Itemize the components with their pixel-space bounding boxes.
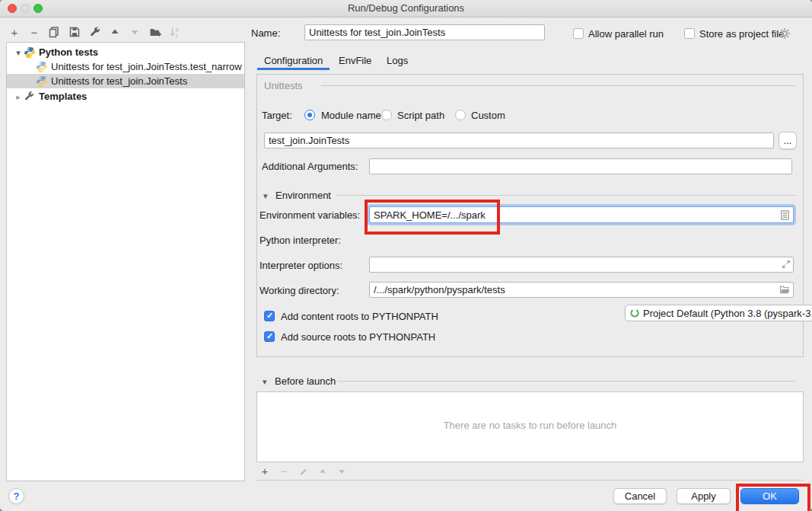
- cancel-button[interactable]: Cancel: [613, 488, 667, 504]
- help-button[interactable]: ?: [8, 488, 24, 504]
- before-launch-empty-message: There are no tasks to run before launch: [257, 420, 803, 431]
- expand-field-icon[interactable]: [781, 259, 791, 270]
- radio-script-path-label[interactable]: Script path: [397, 110, 444, 121]
- conda-env-icon: [629, 308, 640, 318]
- env-variables-list-icon[interactable]: [779, 209, 791, 221]
- move-up-icon[interactable]: [108, 25, 122, 39]
- run-debug-configurations-dialog: Run/Debug Configurations + − az Python t…: [0, 0, 812, 511]
- environment-variables-input[interactable]: [369, 206, 794, 223]
- allow-parallel-run-checkbox[interactable]: [573, 28, 584, 39]
- add-source-roots-label[interactable]: Add source roots to PYTHONPATH: [281, 331, 435, 343]
- allow-parallel-run-label[interactable]: Allow parallel run: [588, 28, 664, 40]
- target-label: Target:: [262, 110, 292, 121]
- interpreter-options-input[interactable]: [369, 257, 794, 273]
- svg-text:z: z: [176, 33, 179, 38]
- tree-item-python-tests[interactable]: Python tests: [7, 45, 244, 59]
- tab-envfile[interactable]: EnvFile: [339, 55, 371, 66]
- python-test-icon: [36, 61, 48, 73]
- wrench-icon: [24, 91, 36, 103]
- radio-custom-label[interactable]: Custom: [471, 110, 505, 121]
- store-as-project-file-checkbox[interactable]: [684, 28, 695, 39]
- add-content-roots-label[interactable]: Add content roots to PYTHONPATH: [281, 311, 438, 322]
- browse-button[interactable]: ...: [779, 132, 797, 149]
- tree-item-templates[interactable]: Templates: [7, 89, 244, 104]
- additional-arguments-input[interactable]: [369, 158, 792, 174]
- remove-configuration-icon[interactable]: −: [27, 25, 41, 39]
- before-launch-remove-icon: −: [277, 464, 291, 477]
- store-as-project-file-label[interactable]: Store as project file: [699, 28, 784, 40]
- gear-icon[interactable]: [779, 27, 791, 40]
- tab-configuration[interactable]: Configuration: [264, 55, 323, 66]
- environment-collapse-icon[interactable]: [263, 190, 268, 201]
- apply-button[interactable]: Apply: [677, 488, 731, 504]
- window-title: Run/Debug Configurations: [0, 2, 812, 14]
- title-bar: Run/Debug Configurations: [0, 0, 812, 18]
- chevron-right-icon[interactable]: [13, 91, 24, 102]
- additional-arguments-label: Additional Arguments:: [262, 161, 358, 172]
- python-test-icon: [36, 75, 48, 88]
- copy-configuration-icon[interactable]: [47, 25, 61, 39]
- edit-templates-icon[interactable]: [88, 25, 102, 39]
- move-down-icon: [128, 25, 142, 39]
- tree-item-unittests-jointests-selected[interactable]: Unittests for test_join.JoinTests: [7, 74, 244, 88]
- sort-alphabetically-icon: az: [168, 25, 182, 39]
- name-input[interactable]: [304, 24, 545, 40]
- unittests-group-title: Unittests: [264, 80, 303, 91]
- configuration-panel: Unittests Target: Module name Script pat…: [256, 74, 804, 357]
- active-tab-underline: [257, 68, 330, 70]
- python-interpreter-label: Python interpreter:: [260, 235, 341, 246]
- tree-item-label: Unittests for test_join.JoinTests: [51, 75, 187, 87]
- before-launch-edit-icon: [297, 465, 310, 478]
- configurations-tree: Python tests Unittests for test_join.Joi…: [6, 42, 245, 481]
- python-icon: [24, 46, 36, 59]
- environment-variables-label: Environment variables:: [260, 209, 360, 221]
- add-source-roots-checkbox[interactable]: [264, 331, 275, 342]
- radio-module-name-label[interactable]: Module name: [321, 110, 381, 121]
- before-launch-collapse-icon[interactable]: [263, 375, 267, 387]
- tree-item-unittests-test-narrow[interactable]: Unittests for test_join.JoinTests.test_n…: [7, 59, 244, 74]
- radio-module-name[interactable]: [304, 110, 315, 120]
- before-launch-panel: There are no tasks to run before launch: [256, 391, 804, 462]
- save-configuration-icon[interactable]: [68, 25, 81, 39]
- tree-item-label: Unittests for test_join.JoinTests.test_n…: [51, 61, 242, 72]
- environment-section-label[interactable]: Environment: [275, 190, 331, 201]
- tree-item-label: Python tests: [39, 46, 98, 58]
- tab-logs[interactable]: Logs: [387, 55, 408, 66]
- chevron-down-icon[interactable]: [13, 46, 24, 58]
- tree-item-label: Templates: [39, 91, 87, 102]
- working-directory-input[interactable]: [369, 282, 794, 298]
- before-launch-add-icon[interactable]: +: [258, 464, 272, 477]
- working-directory-label: Working directory:: [260, 285, 339, 296]
- python-interpreter-value: Project Default (Python 3.8 (pyspark-3.8…: [643, 308, 812, 319]
- ok-button[interactable]: OK: [740, 488, 799, 504]
- folder-icon[interactable]: [779, 284, 791, 295]
- before-launch-move-down-icon: [335, 465, 349, 478]
- before-launch-section-label[interactable]: Before launch: [275, 375, 336, 387]
- before-launch-move-up-icon: [316, 465, 330, 478]
- radio-script-path[interactable]: [381, 110, 392, 120]
- interpreter-options-label: Interpreter options:: [260, 260, 342, 271]
- radio-custom[interactable]: [455, 110, 466, 120]
- svg-text:a: a: [176, 27, 179, 32]
- add-content-roots-checkbox[interactable]: [264, 311, 275, 321]
- python-interpreter-select[interactable]: Project Default (Python 3.8 (pyspark-3.8…: [625, 305, 812, 321]
- new-folder-icon[interactable]: [148, 25, 162, 39]
- name-label: Name:: [251, 27, 280, 39]
- target-module-input[interactable]: [264, 133, 774, 149]
- add-configuration-icon[interactable]: +: [8, 25, 21, 39]
